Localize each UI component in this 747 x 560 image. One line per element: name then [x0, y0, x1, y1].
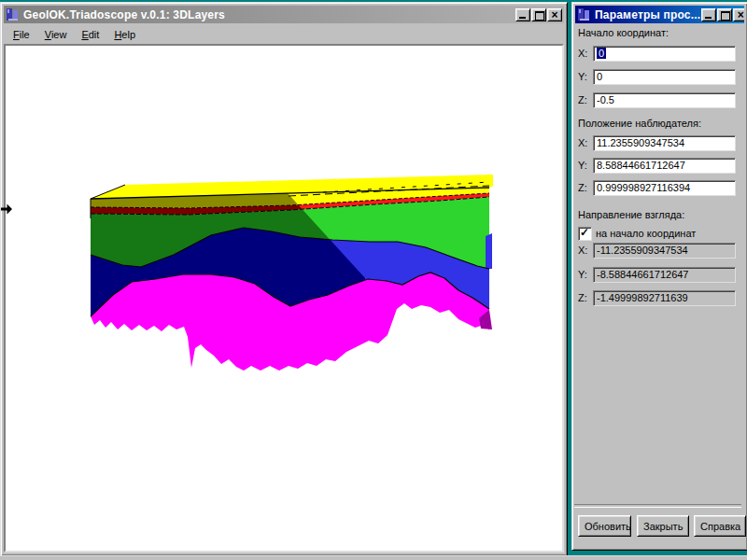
origin-y-field[interactable]: 0 — [593, 69, 736, 85]
coord-label: Y: — [578, 269, 587, 280]
field-value: -8.58844661712647 — [597, 269, 688, 280]
app-icon — [6, 7, 21, 21]
coord-label: Y: — [578, 160, 587, 171]
field-value: 0 — [597, 71, 602, 82]
refresh-button[interactable]: Обновить — [578, 515, 631, 537]
field-value: -0.5 — [597, 94, 614, 105]
main-window: GeolOK.Triadoscope v.0.1: 3DLayers FileV… — [0, 2, 568, 556]
menu-item-help[interactable]: Help — [106, 27, 143, 42]
field-value: 11.2355909347534 — [597, 137, 684, 148]
viewport-3d[interactable] — [4, 44, 564, 553]
coord-row: Z:-0.5 — [578, 92, 742, 108]
coord-label: X: — [578, 245, 587, 256]
panel-minimize-button[interactable] — [701, 8, 716, 21]
maximize-icon — [721, 11, 730, 21]
panel-buttons: ОбновитьЗакрытьСправка — [576, 515, 743, 537]
panel-app-icon — [577, 7, 592, 21]
minimize-button[interactable] — [515, 8, 530, 21]
parameters-panel: Параметры прос... Начало координат: X:0Y… — [571, 2, 747, 551]
geology-3d-view — [4, 44, 564, 553]
coord-row: X:11.2355909347534 — [578, 135, 742, 151]
coord-row: X:0 — [578, 46, 742, 62]
coord-label: Z: — [578, 94, 587, 105]
close-button[interactable]: Закрыть — [637, 515, 689, 537]
panel-title: Параметры прос... — [595, 8, 700, 21]
direction-z-field: -1.49999892711639 — [593, 290, 736, 306]
coord-label: Z: — [578, 292, 587, 303]
direction-x-field: -11.2355909347534 — [593, 243, 736, 259]
coord-row: Y:-8.58844661712647 — [578, 267, 742, 283]
direction-y-field: -8.58844661712647 — [593, 267, 736, 283]
close-icon — [734, 8, 744, 21]
panel-maximize-button[interactable] — [717, 8, 732, 21]
coord-label: Y: — [578, 71, 587, 82]
coord-label: X: — [578, 48, 587, 59]
field-value: 8.58844661712647 — [597, 160, 685, 171]
close-button[interactable] — [547, 8, 562, 21]
origin-x-field[interactable]: 0 — [593, 46, 736, 62]
menu-item-view[interactable]: View — [37, 27, 75, 42]
help-button[interactable]: Справка — [694, 515, 746, 537]
menu-item-edit[interactable]: Edit — [74, 27, 106, 42]
panel-close-button[interactable] — [733, 8, 744, 21]
main-window-title: GeolOK.Triadoscope v.0.1: 3DLayers — [23, 8, 514, 21]
maximize-button[interactable] — [531, 8, 546, 21]
section-origin: Начало координат: X:0Y:0Z:-0.5 — [576, 27, 742, 117]
pointer-arrow-icon — [0, 202, 15, 217]
coord-row: Z:0.999998927116394 — [578, 180, 742, 196]
menu-item-file[interactable]: File — [6, 27, 37, 42]
coord-row: X:-11.2355909347534 — [578, 243, 742, 259]
maximize-icon — [535, 11, 544, 21]
coord-row: Y:0 — [578, 69, 742, 85]
field-value: 0 — [597, 48, 606, 59]
section-direction: Направление взгляда: на начало координат… — [576, 209, 742, 312]
field-value: -1.49999892711639 — [597, 292, 688, 303]
minimize-icon — [519, 17, 526, 19]
coord-row: Y:8.58844661712647 — [578, 158, 742, 174]
panel-title-bar[interactable]: Параметры прос... — [575, 6, 744, 23]
observer-y-field[interactable]: 8.58844661712647 — [593, 158, 736, 174]
minimize-icon — [705, 17, 712, 19]
close-icon — [548, 8, 561, 21]
origin-z-field[interactable]: -0.5 — [593, 92, 736, 108]
main-title-bar[interactable]: GeolOK.Triadoscope v.0.1: 3DLayers — [4, 6, 564, 23]
coord-label: X: — [578, 137, 587, 148]
coord-row: Z:-1.49999892711639 — [578, 290, 742, 306]
menu-bar: FileViewEditHelp — [4, 24, 564, 44]
observer-x-field[interactable]: 11.2355909347534 — [593, 135, 736, 151]
taskbar[interactable] — [0, 555, 747, 560]
section-observer: Положение наблюдателя: X:11.235590934753… — [576, 118, 742, 207]
coord-label: Z: — [578, 182, 587, 193]
field-value: 0.999998927116394 — [597, 182, 690, 193]
observer-z-field[interactable]: 0.999998927116394 — [593, 180, 736, 196]
separator — [574, 504, 741, 508]
field-value: -11.2355909347534 — [597, 245, 688, 256]
